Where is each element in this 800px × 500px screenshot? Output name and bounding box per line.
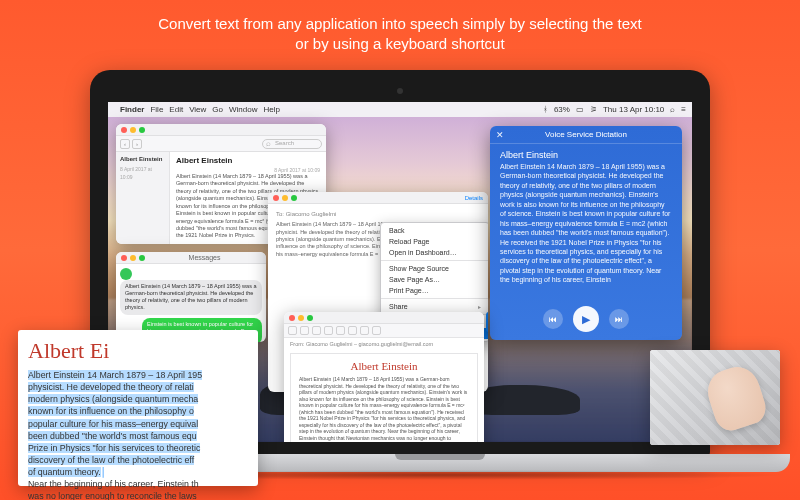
messages-window[interactable]: Messages Albert Einstein (14 March 1879 …: [116, 252, 266, 342]
menu-file[interactable]: File: [150, 105, 163, 114]
menubar-app[interactable]: Finder: [120, 105, 144, 114]
from-label: From:: [290, 341, 304, 347]
minimize-icon[interactable]: [282, 195, 288, 201]
to-value[interactable]: Giacomo Guglielmi: [286, 211, 337, 217]
doc-body[interactable]: Albert Einstein (14 March 1879 – 18 Apri…: [299, 376, 469, 442]
rewind-button[interactable]: ⏮: [543, 309, 563, 329]
camera-dot: [397, 88, 403, 94]
services-submenu-item[interactable]: Dictate text with Voice Service Dictatio…: [486, 312, 488, 332]
window-title: Messages: [148, 254, 261, 261]
menu-help[interactable]: Help: [263, 105, 279, 114]
close-icon[interactable]: [273, 195, 279, 201]
zoom-icon[interactable]: [307, 315, 313, 321]
ctx-print[interactable]: Print Page…: [381, 285, 488, 296]
pages-document-window[interactable]: From: Giacomo Guglielmi – giacomo.guglie…: [284, 312, 484, 442]
sidebar[interactable]: Albert Einstein 8 April 2017 at 10:09: [116, 152, 170, 244]
to-label: To:: [276, 211, 284, 217]
play-button[interactable]: ▶: [573, 306, 599, 332]
sidebar-item[interactable]: Albert Einstein: [120, 155, 165, 165]
text-cursor-icon: │: [101, 467, 107, 477]
battery-icon: ▭: [576, 105, 584, 114]
message-bubble[interactable]: Albert Einstein (14 March 1879 – 18 Apri…: [120, 280, 262, 315]
dictation-text: Albert Einstein 14 March 1879 – 18 April…: [490, 162, 682, 285]
doc-title-crop: Albert Ei: [28, 338, 248, 364]
menu-edit[interactable]: Edit: [169, 105, 183, 114]
zoom-icon[interactable]: [291, 195, 297, 201]
ctx-reload[interactable]: Reload Page: [381, 236, 488, 247]
battery-percent: 63%: [554, 105, 570, 114]
details-link[interactable]: Details: [465, 195, 483, 201]
ctx-share[interactable]: Share: [381, 301, 488, 312]
wifi-icon[interactable]: ⚞: [590, 105, 597, 114]
forward-button[interactable]: ⏭: [609, 309, 629, 329]
minimize-icon[interactable]: [298, 315, 304, 321]
zoom-icon[interactable]: [139, 127, 145, 133]
menu-go[interactable]: Go: [212, 105, 223, 114]
keyboard-photo-card: [650, 350, 780, 445]
ctx-show-source[interactable]: Show Page Source: [381, 263, 488, 274]
nav-back-forward[interactable]: ‹›: [120, 139, 142, 149]
menubar-clock: Thu 13 Apr 10:10: [603, 105, 664, 114]
notification-center-icon[interactable]: ≡: [681, 105, 686, 114]
voice-dictation-panel[interactable]: ✕ Voice Service Dictation Albert Einstei…: [490, 126, 682, 340]
menu-window[interactable]: Window: [229, 105, 257, 114]
doc-text-selection[interactable]: Albert Einstein 14 March 1879 – 18 April…: [28, 369, 248, 500]
doc-title: Albert Einstein: [299, 360, 469, 372]
close-icon[interactable]: [121, 255, 127, 261]
from-value: Giacomo Guglielmi – giacomo.guglielmi@em…: [306, 341, 433, 347]
close-icon[interactable]: ✕: [496, 130, 504, 140]
mac-menubar[interactable]: Finder File Edit View Go Window Help ᚼ 6…: [108, 102, 692, 117]
zoom-icon[interactable]: [139, 255, 145, 261]
note-title: Albert Einstein: [176, 156, 320, 165]
keyboard-image: [650, 350, 780, 445]
close-icon[interactable]: [289, 315, 295, 321]
search-input[interactable]: Search: [262, 139, 322, 149]
ctx-save-as[interactable]: Save Page As…: [381, 274, 488, 285]
bluetooth-icon[interactable]: ᚼ: [543, 105, 548, 114]
avatar: [120, 268, 132, 280]
minimize-icon[interactable]: [130, 255, 136, 261]
dictation-header: Voice Service Dictation: [545, 130, 627, 139]
document-preview-card: Albert Ei Albert Einstein 14 March 1879 …: [18, 330, 258, 486]
promo-headline: Convert text from any application into s…: [0, 0, 800, 55]
minimize-icon[interactable]: [130, 127, 136, 133]
close-icon[interactable]: [121, 127, 127, 133]
hand-typing-image: [702, 361, 770, 434]
ctx-open-dashboard[interactable]: Open in Dashboard…: [381, 247, 488, 258]
sidebar-item-meta: 8 April 2017 at 10:09: [120, 165, 165, 181]
ctx-back[interactable]: Back: [381, 225, 488, 236]
spotlight-search-icon[interactable]: ⌕: [670, 105, 675, 114]
menu-view[interactable]: View: [189, 105, 206, 114]
dictation-title: Albert Einstein: [490, 144, 682, 162]
pages-toolbar[interactable]: [284, 324, 484, 338]
